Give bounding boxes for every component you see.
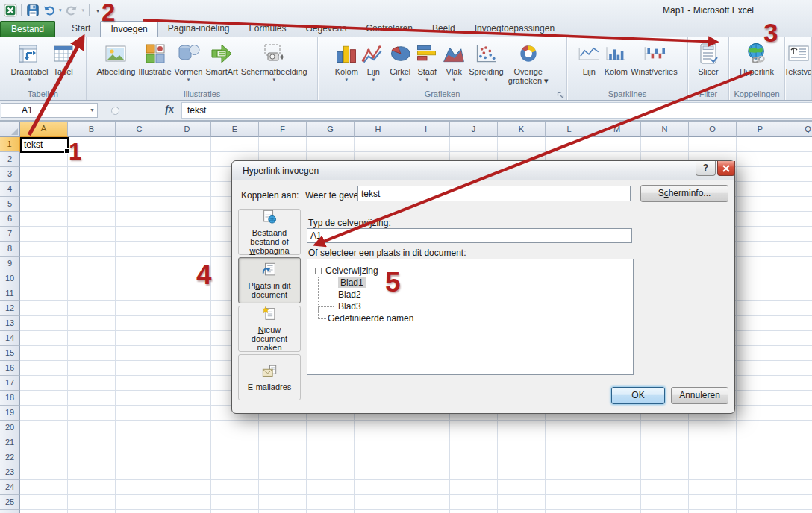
grid-cell[interactable] bbox=[784, 510, 812, 513]
grid-cell[interactable] bbox=[689, 450, 737, 465]
grid-cell[interactable] bbox=[68, 376, 116, 391]
column-header-i[interactable]: I bbox=[402, 122, 450, 137]
grid-cell[interactable] bbox=[737, 331, 784, 346]
grid-cell[interactable] bbox=[593, 421, 641, 435]
grid-cell[interactable] bbox=[116, 212, 163, 227]
grid-cell[interactable] bbox=[116, 361, 163, 376]
collapse-icon[interactable] bbox=[315, 268, 322, 274]
tab-formules[interactable]: Formules bbox=[240, 21, 296, 37]
grid-cell[interactable] bbox=[68, 301, 116, 316]
grid-cell[interactable] bbox=[20, 435, 68, 450]
grid-cell[interactable] bbox=[163, 212, 211, 227]
grid-cell[interactable] bbox=[307, 465, 355, 480]
grid-cell[interactable] bbox=[211, 510, 259, 513]
column-header-m[interactable]: M bbox=[593, 122, 641, 137]
row-header-2[interactable]: 2 bbox=[0, 152, 20, 167]
grid-cell[interactable] bbox=[116, 406, 163, 421]
grid-cell[interactable] bbox=[163, 197, 211, 212]
ribbon-button-vlak[interactable]: Vlak▾ bbox=[440, 40, 467, 84]
grid-cell[interactable] bbox=[784, 421, 812, 435]
ribbon-button-winst-verlies[interactable]: Winst/verlies bbox=[629, 40, 678, 77]
grid-cell[interactable] bbox=[116, 182, 163, 197]
ribbon-button-kolom[interactable]: Kolom bbox=[602, 40, 629, 77]
grid-cell[interactable] bbox=[116, 376, 163, 391]
grid-cell[interactable] bbox=[641, 450, 689, 465]
grid-cell[interactable] bbox=[68, 286, 116, 301]
ribbon-button-draaitabel[interactable]: Draaitabel▾ bbox=[9, 40, 49, 84]
grid-cell[interactable] bbox=[641, 137, 689, 152]
grid-cell[interactable] bbox=[546, 450, 593, 465]
grid-cell[interactable] bbox=[116, 346, 163, 361]
grid-cell[interactable] bbox=[784, 152, 812, 167]
grid-cell[interactable] bbox=[355, 137, 402, 152]
grid-cell[interactable] bbox=[737, 450, 784, 465]
row-header-5[interactable]: 5 bbox=[0, 197, 20, 212]
grid-cell[interactable] bbox=[784, 167, 812, 182]
grid-cell[interactable] bbox=[450, 421, 498, 435]
grid-cell[interactable] bbox=[116, 271, 163, 286]
select-all-corner[interactable] bbox=[0, 122, 20, 137]
grid-cell[interactable] bbox=[20, 495, 68, 510]
grid-cell[interactable] bbox=[20, 376, 68, 391]
grid-cell[interactable] bbox=[116, 242, 163, 256]
grid-cell[interactable] bbox=[68, 197, 116, 212]
grid-cell[interactable] bbox=[20, 391, 68, 406]
column-header-n[interactable]: N bbox=[641, 122, 689, 137]
grid-cell[interactable] bbox=[355, 450, 402, 465]
grid-cell[interactable] bbox=[737, 495, 784, 510]
grid-cell[interactable] bbox=[498, 421, 546, 435]
tree-item-blad1[interactable]: Blad1 bbox=[319, 277, 633, 289]
grid-cell[interactable] bbox=[68, 167, 116, 182]
display-text-input[interactable] bbox=[357, 186, 631, 201]
ribbon-button-illustratie[interactable]: Illustratie bbox=[137, 40, 172, 77]
ribbon-button-hyperlink[interactable]: Hyperlink bbox=[738, 40, 775, 77]
grid-cell[interactable] bbox=[68, 391, 116, 406]
grid-cell[interactable] bbox=[450, 495, 498, 510]
grid-cell[interactable] bbox=[784, 316, 812, 331]
grid-cell[interactable] bbox=[355, 480, 402, 495]
grid-cell[interactable] bbox=[498, 495, 546, 510]
grid-cell[interactable] bbox=[116, 391, 163, 406]
cancel-button[interactable]: Annuleren bbox=[671, 387, 728, 404]
row-header-7[interactable]: 7 bbox=[0, 227, 20, 242]
grid-cell[interactable] bbox=[737, 465, 784, 480]
grid-cell[interactable] bbox=[163, 495, 211, 510]
grid-cell[interactable] bbox=[784, 406, 812, 421]
grid-cell[interactable] bbox=[737, 361, 784, 376]
grid-cell[interactable] bbox=[784, 450, 812, 465]
grid-cell[interactable] bbox=[593, 435, 641, 450]
link-to-bestaand-bestand-of-webpagina-button[interactable]: Bestaand bestand of webpagina bbox=[238, 209, 301, 255]
grid-cell[interactable] bbox=[116, 301, 163, 316]
ribbon-button-kolom[interactable]: Kolom▾ bbox=[333, 40, 360, 84]
column-header-p[interactable]: P bbox=[737, 122, 784, 137]
grid-cell[interactable] bbox=[593, 450, 641, 465]
grid-cell[interactable] bbox=[20, 197, 68, 212]
grid-cell[interactable] bbox=[450, 510, 498, 513]
column-header-b[interactable]: B bbox=[68, 122, 116, 137]
grid-cell[interactable] bbox=[20, 271, 68, 286]
grid-cell[interactable] bbox=[546, 510, 593, 513]
row-header-24[interactable]: 24 bbox=[0, 480, 20, 495]
grid-cell[interactable] bbox=[546, 421, 593, 435]
column-header-d[interactable]: D bbox=[163, 122, 211, 137]
grid-cell[interactable] bbox=[593, 480, 641, 495]
row-header-4[interactable]: 4 bbox=[0, 182, 20, 197]
ribbon-button-overige-grafieken[interactable]: Overige grafieken ▾ bbox=[505, 40, 552, 86]
dialog-close-button[interactable] bbox=[717, 161, 735, 176]
grid-cell[interactable] bbox=[116, 421, 163, 435]
column-header-j[interactable]: J bbox=[450, 122, 498, 137]
grid-cell[interactable] bbox=[68, 316, 116, 331]
grid-cell[interactable] bbox=[737, 212, 784, 227]
grid-cell[interactable] bbox=[784, 212, 812, 227]
column-header-f[interactable]: F bbox=[259, 122, 307, 137]
grid-cell[interactable] bbox=[498, 510, 546, 513]
ribbon-button-lijn[interactable]: Lijn▾ bbox=[360, 40, 387, 84]
grid-cell[interactable] bbox=[641, 480, 689, 495]
grid-cell[interactable] bbox=[163, 242, 211, 256]
ribbon-button-staaf[interactable]: Staaf▾ bbox=[413, 40, 440, 84]
row-header-9[interactable]: 9 bbox=[0, 256, 20, 271]
grid-cell[interactable] bbox=[116, 256, 163, 271]
row-header-1[interactable]: 1 bbox=[0, 137, 20, 152]
grid-cell[interactable] bbox=[20, 331, 68, 346]
ribbon-button-cirkel[interactable]: Cirkel▾ bbox=[387, 40, 413, 84]
